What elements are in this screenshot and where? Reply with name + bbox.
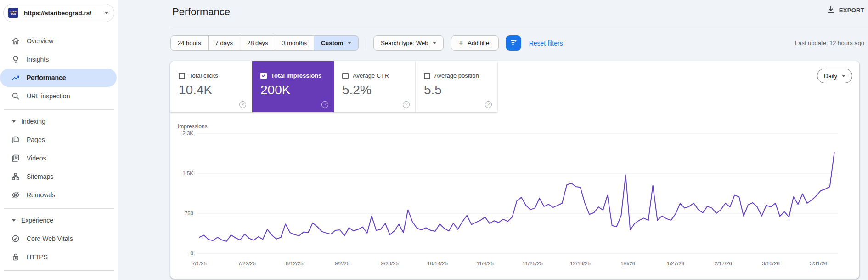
sidebar-item-pages[interactable]: Pages xyxy=(0,131,118,149)
svg-text:2/17/26: 2/17/26 xyxy=(714,261,732,266)
pages-icon xyxy=(11,135,20,144)
gauge-icon xyxy=(11,234,20,243)
section-label: Experience xyxy=(21,217,53,224)
main-content: Performance EXPORT 24 hours 7 days 28 da… xyxy=(118,0,868,280)
add-filter-chip[interactable]: + Add filter xyxy=(451,35,498,51)
sidebar-item-label: Videos xyxy=(27,154,46,162)
sidebar-divider xyxy=(4,208,114,209)
sidebar-item-label: HTTPS xyxy=(27,253,48,261)
sidebar-item-url-inspection[interactable]: URL inspection xyxy=(0,87,118,105)
filter-sparkle-icon xyxy=(509,38,518,48)
svg-text:1.5K: 1.5K xyxy=(182,171,193,176)
svg-text:750: 750 xyxy=(185,211,193,216)
trending-up-icon xyxy=(11,73,20,82)
export-button[interactable]: EXPORT xyxy=(827,6,864,15)
sidebar-divider xyxy=(4,109,114,110)
range-24-hours[interactable]: 24 hours xyxy=(170,35,209,51)
range-28-days[interactable]: 28 days xyxy=(240,35,276,51)
svg-text:10/14/25: 10/14/25 xyxy=(427,261,448,266)
lightbulb-icon xyxy=(11,55,20,64)
sidebar-item-removals[interactable]: Removals xyxy=(0,186,118,204)
svg-text:Impressions: Impressions xyxy=(178,123,208,130)
sidebar-item-performance[interactable]: Performance xyxy=(0,69,117,87)
date-range-selector: 24 hours 7 days 28 days 3 months Custom xyxy=(170,35,359,51)
sidebar-item-label: Insights xyxy=(27,56,49,63)
chevron-down-icon xyxy=(433,42,436,44)
download-icon xyxy=(827,6,835,15)
sidebar-item-label: Performance xyxy=(27,74,66,81)
filter-view-toggle-button[interactable] xyxy=(506,35,521,51)
home-icon xyxy=(11,36,20,46)
sidebar-section-experience[interactable]: Experience xyxy=(0,213,118,228)
search-icon xyxy=(11,91,20,101)
search-type-chip[interactable]: Search type: Web xyxy=(373,35,444,51)
sidebar-item-videos[interactable]: Videos xyxy=(0,149,118,167)
filter-bar: 24 hours 7 days 28 days 3 months Custom … xyxy=(170,35,563,51)
sidebar-item-label: Removals xyxy=(27,191,55,199)
svg-text:8/12/25: 8/12/25 xyxy=(286,261,303,266)
sidebar-divider xyxy=(4,270,114,271)
chevron-down-icon xyxy=(12,120,16,123)
sidebar-item-overview[interactable]: Overview xyxy=(0,32,118,50)
chevron-down-icon xyxy=(105,12,108,14)
property-url: https://staribeograd.rs/ xyxy=(24,10,105,17)
sidebar-item-insights[interactable]: Insights xyxy=(0,50,118,69)
chevron-down-icon xyxy=(12,219,16,222)
lock-icon xyxy=(11,252,20,262)
site-logo: STARIBGD xyxy=(8,8,18,18)
svg-text:0: 0 xyxy=(191,251,193,256)
filter-separator xyxy=(366,37,366,49)
range-3-months[interactable]: 3 months xyxy=(275,35,314,51)
sidebar-item-label: Sitemaps xyxy=(27,173,53,180)
svg-text:3/31/26: 3/31/26 xyxy=(810,261,827,266)
sidebar-item-label: Overview xyxy=(27,37,53,45)
range-7-days[interactable]: 7 days xyxy=(209,35,240,51)
sidebar-item-label: Core Web Vitals xyxy=(27,235,73,242)
section-label: Indexing xyxy=(21,118,45,125)
sidebar-section-indexing[interactable]: Indexing xyxy=(0,114,118,129)
last-update-text: Last update: 12 hours ago xyxy=(795,35,864,51)
svg-text:9/2/25: 9/2/25 xyxy=(335,261,349,266)
svg-text:1/27/26: 1/27/26 xyxy=(667,261,684,266)
performance-card: Total clicks 10.4K ? Total impressions 2… xyxy=(170,61,859,279)
svg-text:1/6/26: 1/6/26 xyxy=(620,261,635,266)
svg-text:7/22/25: 7/22/25 xyxy=(238,261,256,266)
svg-text:7/1/25: 7/1/25 xyxy=(192,261,207,266)
sitemap-icon xyxy=(11,172,20,181)
chevron-down-icon xyxy=(348,42,351,44)
sidebar-item-label: Pages xyxy=(27,136,45,143)
property-selector[interactable]: STARIBGD https://staribeograd.rs/ xyxy=(3,4,114,22)
range-custom[interactable]: Custom xyxy=(314,35,359,51)
svg-text:9/23/25: 9/23/25 xyxy=(381,261,399,266)
eye-off-icon xyxy=(11,190,20,200)
svg-text:11/25/25: 11/25/25 xyxy=(523,261,543,266)
export-label: EXPORT xyxy=(839,7,864,14)
video-icon xyxy=(11,154,20,163)
svg-text:3/10/26: 3/10/26 xyxy=(762,261,779,266)
sidebar-item-label: URL inspection xyxy=(27,92,70,100)
svg-text:12/16/25: 12/16/25 xyxy=(570,261,591,266)
svg-text:2.3K: 2.3K xyxy=(182,131,193,136)
sidebar: STARIBGD https://staribeograd.rs/ Overvi… xyxy=(0,0,118,280)
impressions-chart[interactable]: Impressions07501.5K2.3K7/1/257/22/258/12… xyxy=(170,61,859,279)
sidebar-item-sitemaps[interactable]: Sitemaps xyxy=(0,167,118,186)
sidebar-item-https[interactable]: HTTPS xyxy=(0,248,118,266)
svg-text:11/4/25: 11/4/25 xyxy=(476,261,494,266)
reset-filters-link[interactable]: Reset filters xyxy=(529,40,563,47)
plus-icon: + xyxy=(458,39,463,48)
sidebar-item-core-web-vitals[interactable]: Core Web Vitals xyxy=(0,229,118,248)
page-title: Performance xyxy=(172,6,230,18)
header-divider xyxy=(170,28,868,28)
